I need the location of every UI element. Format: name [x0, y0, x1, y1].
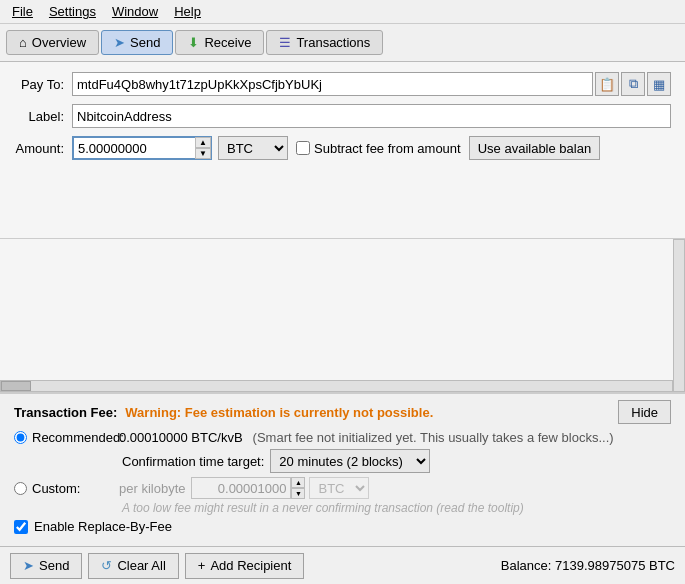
add-recipient-button[interactable]: + Add Recipient [185, 553, 305, 579]
hide-button[interactable]: Hide [618, 400, 671, 424]
menu-settings[interactable]: Settings [41, 2, 104, 21]
clear-all-button[interactable]: ↺ Clear All [88, 553, 178, 579]
send-btn-icon: ➤ [23, 558, 34, 573]
amount-row: Amount: ▲ ▼ BTC mBTC bits Subtract fee f… [14, 136, 671, 160]
fee-warning: Warning: Fee estimation is currently not… [125, 405, 618, 420]
currency-select[interactable]: BTC mBTC bits [218, 136, 288, 160]
subtract-fee-checkbox[interactable] [296, 141, 310, 155]
pay-to-label: Pay To: [14, 77, 72, 92]
amount-spin-down[interactable]: ▼ [195, 148, 211, 159]
pay-to-row: Pay To: 📋 ⧉ ▦ [14, 72, 671, 96]
fee-section: Transaction Fee: Warning: Fee estimation… [0, 393, 685, 546]
label-input[interactable] [72, 104, 671, 128]
horizontal-scrollbar[interactable] [0, 380, 673, 392]
custom-fee-spin-up: ▲ [291, 477, 305, 488]
amount-label: Amount: [14, 141, 72, 156]
replace-by-fee-checkbox[interactable] [14, 520, 28, 534]
clear-icon: ↺ [101, 558, 112, 573]
custom-fee-row: Custom: per kilobyte ▲ ▼ BTC [14, 477, 671, 499]
menu-help[interactable]: Help [166, 2, 209, 21]
use-balance-button[interactable]: Use available balan [469, 136, 600, 160]
recommended-fee-note: (Smart fee not initialized yet. This usu… [253, 430, 614, 445]
amount-input[interactable] [72, 136, 212, 160]
recommended-radio[interactable] [14, 431, 27, 444]
recommended-fee-value: 0.00010000 BTC/kvB [119, 430, 243, 445]
menu-file[interactable]: File [4, 2, 41, 21]
custom-fee-input [191, 477, 291, 499]
menu-window[interactable]: Window [104, 2, 166, 21]
address-book-icon: 📋 [599, 77, 615, 92]
amount-spin-buttons: ▲ ▼ [195, 137, 211, 159]
custom-fee-spin-down: ▼ [291, 488, 305, 499]
scroll-thumb[interactable] [1, 381, 31, 391]
fee-header: Transaction Fee: Warning: Fee estimation… [14, 400, 671, 424]
confirmation-row: Confirmation time target: 2 minutes (1 b… [122, 449, 671, 473]
recommended-fee-row: Recommended: 0.00010000 BTC/kvB (Smart f… [14, 430, 671, 445]
recommended-radio-label[interactable]: Recommended: [14, 430, 119, 445]
transactions-icon: ☰ [279, 35, 291, 50]
tab-send[interactable]: ➤ Send [101, 30, 173, 55]
recipients-scroll-area[interactable] [0, 238, 685, 393]
add-icon: + [198, 558, 206, 573]
menubar: File Settings Window Help [0, 0, 685, 24]
replace-by-fee-label: Enable Replace-By-Fee [34, 519, 172, 534]
tab-receive[interactable]: ⬇ Receive [175, 30, 264, 55]
custom-fee-spin: ▲ ▼ [291, 477, 305, 499]
fee-label: Transaction Fee: [14, 405, 117, 420]
replace-by-fee-row: Enable Replace-By-Fee [14, 519, 671, 534]
qr-icon-btn[interactable]: ▦ [647, 72, 671, 96]
custom-radio-label[interactable]: Custom: [14, 481, 119, 496]
overview-icon: ⌂ [19, 35, 27, 50]
amount-spin-up[interactable]: ▲ [195, 137, 211, 148]
address-book-icon-btn[interactable]: 📋 [595, 72, 619, 96]
copy-icon-btn[interactable]: ⧉ [621, 72, 645, 96]
bottom-bar: ➤ Send ↺ Clear All + Add Recipient Balan… [0, 546, 685, 584]
tab-transactions[interactable]: ☰ Transactions [266, 30, 383, 55]
confirmation-label: Confirmation time target: [122, 454, 264, 469]
per-kb-label: per kilobyte [119, 481, 185, 496]
low-fee-warning: A too low fee might result in a never co… [122, 501, 671, 515]
subtract-fee-label[interactable]: Subtract fee from amount [296, 141, 461, 156]
label-row: Label: [14, 104, 671, 128]
tab-overview[interactable]: ⌂ Overview [6, 30, 99, 55]
amount-input-wrap: ▲ ▼ [72, 136, 212, 160]
label-label: Label: [14, 109, 72, 124]
main-form: Pay To: 📋 ⧉ ▦ Label: Amount: ▲ [0, 62, 685, 238]
send-button[interactable]: ➤ Send [10, 553, 82, 579]
copy-icon: ⧉ [629, 76, 638, 92]
custom-currency-select: BTC [309, 477, 369, 499]
balance-display: Balance: 7139.98975075 BTC [501, 558, 675, 573]
send-icon: ➤ [114, 35, 125, 50]
pay-to-input[interactable] [72, 72, 593, 96]
confirmation-select[interactable]: 2 minutes (1 block) 20 minutes (2 blocks… [270, 449, 430, 473]
vertical-scrollbar[interactable] [673, 239, 685, 392]
qr-icon: ▦ [653, 77, 665, 92]
custom-radio[interactable] [14, 482, 27, 495]
receive-icon: ⬇ [188, 35, 199, 50]
toolbar: ⌂ Overview ➤ Send ⬇ Receive ☰ Transactio… [0, 24, 685, 62]
